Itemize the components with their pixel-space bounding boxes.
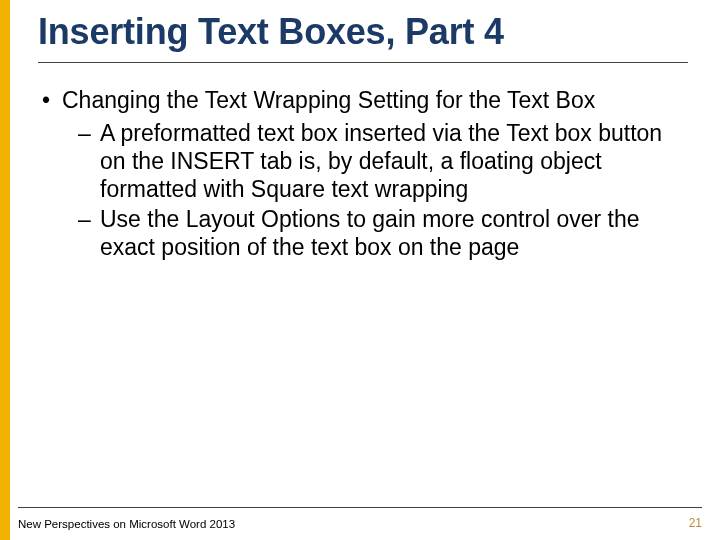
slide: Inserting Text Boxes, Part 4 Changing th… (0, 0, 720, 540)
bullet-level2-item: A preformatted text box inserted via the… (38, 119, 680, 203)
content-area: Changing the Text Wrapping Setting for t… (38, 86, 680, 263)
title-area: Inserting Text Boxes, Part 4 (38, 12, 688, 63)
bullet-level1: Changing the Text Wrapping Setting for t… (38, 86, 680, 115)
page-number: 21 (689, 516, 702, 530)
footer-text: New Perspectives on Microsoft Word 2013 (18, 518, 235, 530)
title-divider (38, 62, 688, 63)
bullet-level2-item: Use the Layout Options to gain more cont… (38, 205, 680, 261)
slide-title: Inserting Text Boxes, Part 4 (38, 12, 688, 52)
footer-divider (18, 507, 702, 508)
accent-bar (0, 0, 10, 540)
